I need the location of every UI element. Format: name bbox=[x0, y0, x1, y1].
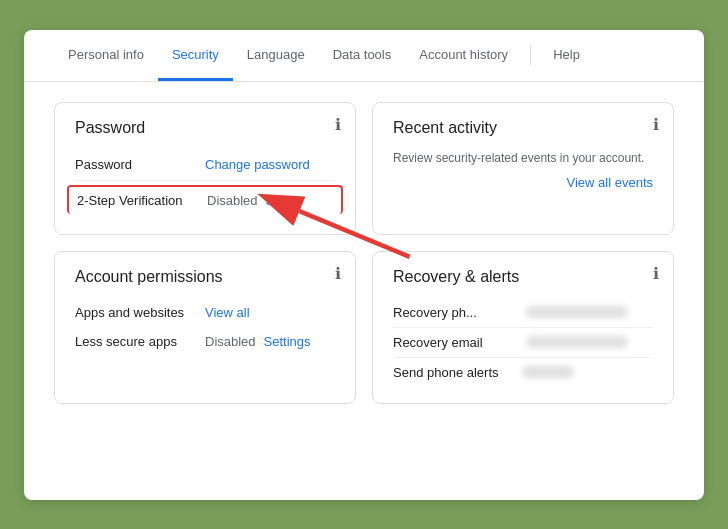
less-secure-settings-link[interactable]: Settings bbox=[264, 334, 311, 349]
send-phone-alerts-row: Send phone alerts bbox=[393, 358, 653, 387]
recovery-email-label: Recovery email bbox=[393, 335, 523, 350]
less-secure-label: Less secure apps bbox=[75, 334, 205, 349]
recent-activity-card: ℹ Recent activity Review security-relate… bbox=[372, 102, 674, 235]
two-step-status: Disabled bbox=[207, 193, 258, 208]
nav-item-data-tools[interactable]: Data tools bbox=[319, 31, 406, 81]
account-permissions-info-icon[interactable]: ℹ bbox=[335, 264, 341, 283]
nav-item-account-history[interactable]: Account history bbox=[405, 31, 522, 81]
recent-activity-subtitle: Review security-related events in your a… bbox=[393, 149, 653, 167]
recent-activity-info-icon[interactable]: ℹ bbox=[653, 115, 659, 134]
send-phone-alerts-value bbox=[523, 366, 573, 378]
nav-item-security[interactable]: Security bbox=[158, 31, 233, 81]
password-label: Password bbox=[75, 157, 205, 172]
recovery-phone-label: Recovery ph... bbox=[393, 305, 523, 320]
two-step-setup-link[interactable]: Setup bbox=[266, 193, 300, 208]
password-card: ℹ Password Password Change password 2-St… bbox=[54, 102, 356, 235]
recent-activity-title: Recent activity bbox=[393, 119, 653, 137]
nav-item-help[interactable]: Help bbox=[539, 31, 594, 81]
send-phone-alerts-label: Send phone alerts bbox=[393, 365, 523, 380]
recovery-title: Recovery & alerts bbox=[393, 268, 653, 286]
recovery-phone-value bbox=[527, 306, 627, 318]
recovery-email-value bbox=[527, 336, 627, 348]
view-all-events-link[interactable]: View all events bbox=[393, 175, 653, 190]
password-row: Password Change password bbox=[75, 149, 335, 181]
nav-divider bbox=[530, 45, 531, 65]
nav-item-language[interactable]: Language bbox=[233, 31, 319, 81]
password-info-icon[interactable]: ℹ bbox=[335, 115, 341, 134]
account-permissions-title: Account permissions bbox=[75, 268, 335, 286]
recovery-info-icon[interactable]: ℹ bbox=[653, 264, 659, 283]
less-secure-value: Disabled bbox=[205, 334, 256, 349]
two-step-row: 2-Step Verification Disabled Setup bbox=[67, 185, 343, 214]
apps-websites-label: Apps and websites bbox=[75, 305, 205, 320]
recovery-phone-row: Recovery ph... bbox=[393, 298, 653, 328]
apps-websites-row: Apps and websites View all bbox=[75, 298, 335, 327]
two-step-label: 2-Step Verification bbox=[77, 193, 207, 208]
nav-bar: Personal info Security Language Data too… bbox=[24, 30, 704, 82]
recovery-card: ℹ Recovery & alerts Recovery ph... Recov… bbox=[372, 251, 674, 404]
nav-item-personal-info[interactable]: Personal info bbox=[54, 31, 158, 81]
account-permissions-card: ℹ Account permissions Apps and websites … bbox=[54, 251, 356, 404]
change-password-link[interactable]: Change password bbox=[205, 157, 310, 172]
recovery-email-row: Recovery email bbox=[393, 328, 653, 358]
content-area: ℹ Password Password Change password 2-St… bbox=[24, 82, 704, 424]
view-all-apps-link[interactable]: View all bbox=[205, 305, 250, 320]
less-secure-row: Less secure apps Disabled Settings bbox=[75, 327, 335, 356]
password-card-title: Password bbox=[75, 119, 335, 137]
